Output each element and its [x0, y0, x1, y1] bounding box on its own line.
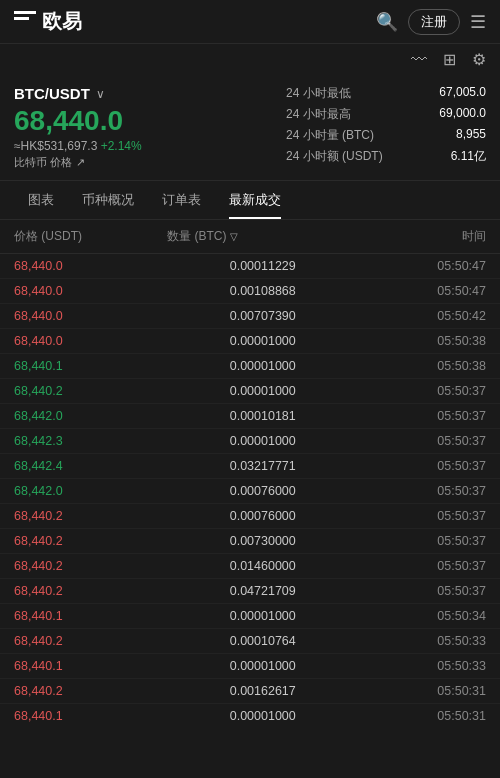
table-row: 68,442.0 0.00076000 05:50:37 — [0, 479, 500, 504]
pair-name: BTC/USDT — [14, 85, 90, 102]
market-section: BTC/USDT ∨ 68,440.0 ≈HK$531,697.3 +2.14%… — [0, 75, 500, 181]
cell-time: 05:50:34 — [358, 609, 486, 623]
cell-price: 68,440.1 — [14, 659, 167, 673]
table-header: 价格 (USDT) 数量 (BTC) ▽ 时间 — [0, 220, 500, 254]
pair-row: BTC/USDT ∨ — [14, 85, 286, 102]
cell-price: 68,440.2 — [14, 509, 167, 523]
logo-icon — [14, 11, 36, 33]
trade-table: 价格 (USDT) 数量 (BTC) ▽ 时间 68,440.0 0.00011… — [0, 220, 500, 728]
table-row: 68,440.1 0.00001000 05:50:38 — [0, 354, 500, 379]
table-row: 68,442.0 0.00010181 05:50:37 — [0, 404, 500, 429]
table-row: 68,440.1 0.00001000 05:50:33 — [0, 654, 500, 679]
hkd-price: ≈HK$531,697.3 +2.14% — [14, 139, 286, 153]
cell-price: 68,440.1 — [14, 609, 167, 623]
cell-time: 05:50:47 — [358, 284, 486, 298]
chart-icon[interactable]: 〰 — [411, 51, 427, 69]
cell-time: 05:50:37 — [358, 384, 486, 398]
cell-price: 68,440.2 — [14, 684, 167, 698]
table-row: 68,440.2 0.01460000 05:50:37 — [0, 554, 500, 579]
cell-time: 05:50:37 — [358, 434, 486, 448]
tabs: 图表 币种概况 订单表 最新成交 — [0, 181, 500, 220]
cell-price: 68,440.2 — [14, 559, 167, 573]
cell-qty: 0.00108868 — [167, 284, 358, 298]
col-price-header: 价格 (USDT) — [14, 228, 167, 245]
cell-qty: 0.00001000 — [167, 609, 358, 623]
table-row: 68,440.2 0.00010764 05:50:33 — [0, 629, 500, 654]
cell-qty: 0.00730000 — [167, 534, 358, 548]
tab-orders[interactable]: 订单表 — [148, 181, 215, 219]
table-row: 68,440.0 0.00707390 05:50:42 — [0, 304, 500, 329]
cell-price: 68,440.2 — [14, 634, 167, 648]
cell-time: 05:50:33 — [358, 659, 486, 673]
stat-row-low: 24 小时最低 67,005.0 — [286, 85, 486, 102]
cell-qty: 0.00707390 — [167, 309, 358, 323]
trade-rows: 68,440.0 0.00011229 05:50:47 68,440.0 0.… — [0, 254, 500, 728]
table-row: 68,440.0 0.00011229 05:50:47 — [0, 254, 500, 279]
tab-chart[interactable]: 图表 — [14, 181, 68, 219]
filter-icon[interactable]: ▽ — [230, 231, 238, 242]
cell-time: 05:50:37 — [358, 459, 486, 473]
pair-dropdown[interactable]: ∨ — [96, 87, 105, 101]
cell-qty: 0.00001000 — [167, 709, 358, 723]
cell-qty: 0.00011229 — [167, 259, 358, 273]
table-row: 68,442.4 0.03217771 05:50:37 — [0, 454, 500, 479]
current-price: 68,440.0 — [14, 106, 286, 137]
col-qty-header: 数量 (BTC) ▽ — [167, 228, 358, 245]
cell-qty: 0.00001000 — [167, 359, 358, 373]
search-icon[interactable]: 🔍 — [376, 11, 398, 33]
table-row: 68,440.1 0.00001000 05:50:34 — [0, 604, 500, 629]
external-link-icon[interactable]: ↗ — [76, 156, 85, 169]
cell-time: 05:50:31 — [358, 684, 486, 698]
stat-row-vol-usdt: 24 小时额 (USDT) 6.11亿 — [286, 148, 486, 165]
menu-icon[interactable]: ☰ — [470, 11, 486, 33]
cell-price: 68,442.0 — [14, 409, 167, 423]
table-row: 68,440.2 0.00001000 05:50:37 — [0, 379, 500, 404]
tab-trades[interactable]: 最新成交 — [215, 181, 295, 219]
cell-qty: 0.00001000 — [167, 434, 358, 448]
logo-text: 欧易 — [42, 8, 82, 35]
cell-time: 05:50:31 — [358, 709, 486, 723]
header2: 〰 ⊞ ⚙ — [0, 44, 500, 75]
cell-time: 05:50:38 — [358, 334, 486, 348]
table-row: 68,440.2 0.04721709 05:50:37 — [0, 579, 500, 604]
cell-price: 68,440.1 — [14, 709, 167, 723]
cell-qty: 0.01460000 — [167, 559, 358, 573]
cell-price: 68,442.0 — [14, 484, 167, 498]
table-row: 68,440.2 0.00730000 05:50:37 — [0, 529, 500, 554]
cell-price: 68,440.2 — [14, 534, 167, 548]
cell-price: 68,440.2 — [14, 584, 167, 598]
cell-qty: 0.03217771 — [167, 459, 358, 473]
cell-time: 05:50:47 — [358, 259, 486, 273]
table-row: 68,440.0 0.00108868 05:50:47 — [0, 279, 500, 304]
col-time-header: 时间 — [358, 228, 486, 245]
header-right: 🔍 注册 ☰ — [376, 9, 486, 35]
price-label: 比特币 价格 ↗ — [14, 155, 286, 170]
cell-price: 68,440.0 — [14, 259, 167, 273]
grid-icon[interactable]: ⊞ — [443, 50, 456, 69]
cell-qty: 0.00010764 — [167, 634, 358, 648]
tab-overview[interactable]: 币种概况 — [68, 181, 148, 219]
market-stats: 24 小时最低 67,005.0 24 小时最高 69,000.0 24 小时量… — [286, 85, 486, 170]
price-change: +2.14% — [101, 139, 142, 153]
cell-time: 05:50:37 — [358, 509, 486, 523]
cell-qty: 0.04721709 — [167, 584, 358, 598]
cell-time: 05:50:33 — [358, 634, 486, 648]
header: 欧易 🔍 注册 ☰ — [0, 0, 500, 44]
cell-time: 05:50:42 — [358, 309, 486, 323]
cell-qty: 0.00001000 — [167, 334, 358, 348]
cell-time: 05:50:37 — [358, 559, 486, 573]
cell-price: 68,442.3 — [14, 434, 167, 448]
cell-qty: 0.00001000 — [167, 659, 358, 673]
register-button[interactable]: 注册 — [408, 9, 460, 35]
settings-icon[interactable]: ⚙ — [472, 50, 486, 69]
logo: 欧易 — [14, 8, 82, 35]
cell-price: 68,440.0 — [14, 334, 167, 348]
cell-qty: 0.00001000 — [167, 384, 358, 398]
cell-time: 05:50:37 — [358, 584, 486, 598]
table-row: 68,440.2 0.00162617 05:50:31 — [0, 679, 500, 704]
cell-price: 68,440.2 — [14, 384, 167, 398]
table-row: 68,440.0 0.00001000 05:50:38 — [0, 329, 500, 354]
cell-price: 68,440.0 — [14, 284, 167, 298]
cell-price: 68,440.0 — [14, 309, 167, 323]
cell-price: 68,442.4 — [14, 459, 167, 473]
